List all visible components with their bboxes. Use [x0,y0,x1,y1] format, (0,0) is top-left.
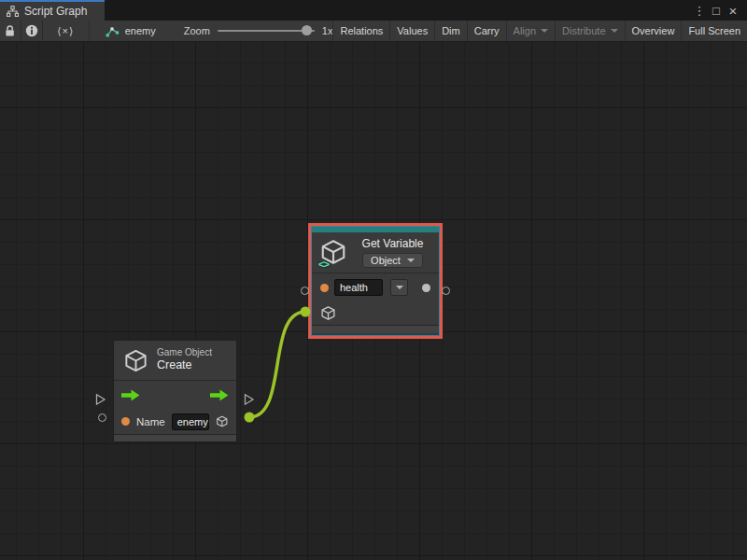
lock-icon [4,24,16,37]
dim-label: Dim [442,25,460,36]
zoom-value: 1x [322,25,333,36]
zoom-slider-handle[interactable] [302,25,312,35]
name-port-dot[interactable] [121,417,130,426]
variable-kind-value: Object [371,255,401,266]
graph-icon [106,25,120,37]
dim-button[interactable]: Dim [434,21,467,41]
flow-input-arrow-icon[interactable] [121,389,140,401]
flow-output-arrow-icon[interactable] [210,389,229,401]
object-input-cube-icon[interactable] [320,305,336,321]
code-preview-label: ⟨×⟩ [57,25,74,37]
align-button: Align [506,21,555,41]
name-label: Name [136,416,165,427]
zoom-label: Zoom [184,25,210,36]
align-label: Align [514,25,536,36]
distribute-label: Distribute [562,25,605,36]
name-input-row: Name enemy [114,409,236,434]
node-title: Get Variable [362,237,424,250]
distribute-button: Distribute [555,21,624,41]
node-get-variable[interactable]: <> Get Variable Object health [308,223,443,339]
node-title: Create [157,358,212,373]
flow-input-connector-icon[interactable] [95,393,106,406]
info-button[interactable] [21,21,43,41]
variable-name-dropdown-button[interactable] [390,279,408,296]
zoom-control: Zoom 1x [184,21,333,41]
chevron-down-icon [541,29,548,33]
graph-breadcrumb-label: enemy [125,25,156,36]
chevron-down-icon [611,29,618,33]
toolbar-buttons: Relations Values Dim Carry Align Distrib… [332,21,747,41]
game-object-cube-icon [123,348,148,373]
graph-canvas[interactable]: Game Object Create Name enemy [0,42,747,560]
flow-output-connector-icon[interactable] [244,393,255,406]
node-header: Game Object Create [114,341,236,380]
full-screen-button[interactable]: Full Screen [681,21,747,41]
full-screen-label: Full Screen [688,25,740,36]
node-category: Game Object [157,347,212,359]
control-flow-row [114,381,236,409]
window-menu-icon[interactable]: ⋮ [691,1,708,20]
titlebar-controls: ⋮ □ × [691,0,747,21]
code-preview-button[interactable]: ⟨×⟩ [43,21,90,41]
zoom-slider[interactable] [218,30,315,32]
close-icon[interactable]: × [725,1,741,20]
relations-button[interactable]: Relations [332,21,389,41]
variable-name-row: health [312,273,439,301]
graph-breadcrumb[interactable]: enemy [106,21,156,41]
variable-name-port-dot[interactable] [320,284,329,292]
lock-button[interactable] [0,21,21,41]
tab-script-graph[interactable]: Script Graph [0,0,105,21]
chevron-down-icon [407,259,415,262]
script-graph-icon [7,6,19,17]
info-icon [25,24,38,37]
variable-name-connector[interactable] [301,287,309,295]
value-output-connector[interactable] [442,287,450,295]
chevron-down-icon [396,286,403,289]
carry-button[interactable]: Carry [467,21,506,41]
script-graph-window: Script Graph ⋮ □ × ⟨×⟩ [0,0,747,560]
game-object-output-cube-icon[interactable] [216,413,229,429]
overview-label: Overview [632,25,675,36]
toolbar: ⟨×⟩ enemy Zoom 1x Relations Values [0,21,747,42]
carry-label: Carry [474,25,500,36]
values-button[interactable]: Values [389,21,434,41]
wire-source-dot [245,413,255,423]
node-footer [114,434,236,441]
name-field[interactable]: enemy [172,413,210,430]
values-label: Values [397,25,428,36]
titlebar: Script Graph ⋮ □ × [0,0,747,21]
node-footer [312,325,439,333]
overview-button[interactable]: Overview [625,21,682,41]
node-game-object-create[interactable]: Game Object Create Name enemy [113,340,237,442]
code-brackets-icon: <> [318,259,329,270]
variable-name-field[interactable]: health [334,279,383,296]
tab-label: Script Graph [24,5,87,18]
value-output-port-dot[interactable] [422,284,430,292]
relations-label: Relations [340,25,383,36]
node-header: <> Get Variable Object [312,232,439,273]
variable-cube-icon: <> [319,238,347,268]
name-input-connector[interactable] [98,413,106,422]
maximize-icon[interactable]: □ [708,1,725,20]
object-input-row [312,301,439,325]
variable-kind-dropdown[interactable]: Object [362,253,423,268]
